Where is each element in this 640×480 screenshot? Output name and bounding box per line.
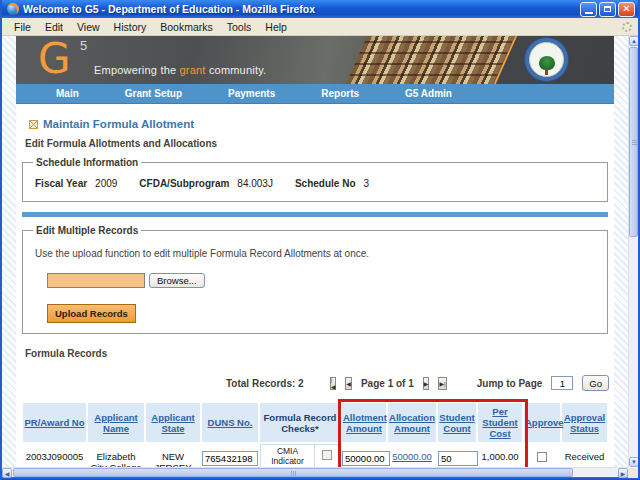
approval-status-cell: Received [562,444,607,467]
schedule-no-value: 3 [364,178,370,189]
menu-tools[interactable]: Tools [221,20,258,34]
cfda-subprogram-label: CFDA/Subprogram [139,178,229,189]
duns-input[interactable] [202,451,258,466]
scroll-up-icon[interactable]: ▲ [629,36,638,46]
horizontal-scrollbar[interactable]: ◀ ▶ [2,467,628,477]
schedule-information-legend: Schedule Information [33,157,141,168]
gear-throbber-icon [622,22,632,32]
seal-tree-icon [539,56,555,70]
col-header-allotment-amount[interactable]: Allotment Amount [342,403,386,442]
col-header-applicant-name[interactable]: Applicant Name [88,403,144,442]
menu-edit[interactable]: Edit [39,20,69,34]
browser-viewport: G 5 Empowering the grant community. Main… [2,36,638,467]
last-page-button[interactable]: ▶| [438,377,446,390]
menu-file[interactable]: File [8,20,37,34]
pagination-bar: Total Records: 2 |◀ ◀ Page 1 of 1 ▶ ▶| J… [226,375,609,391]
g5-logo: G [38,36,71,82]
allocation-amount-cell: 50000.00 [388,444,436,467]
applicant-name-cell: Elizabeth City College [88,444,144,467]
menu-bar: File Edit View History Bookmarks Tools H… [2,18,638,36]
go-button[interactable]: Go [582,375,609,391]
minimize-button[interactable] [580,2,597,17]
per-student-cost-cell: 1,000.00 [478,444,522,467]
applicant-state-cell: NEW JERSEY [146,444,200,467]
total-records-label: Total Records: 2 [226,378,304,389]
nav-grant-setup[interactable]: Grant Setup [125,88,182,99]
edit-multiple-records-legend: Edit Multiple Records [33,225,141,236]
nav-g5-admin[interactable]: G5 Admin [405,88,452,99]
table-row: 2003J090005 Elizabeth City College NEW J… [23,444,607,467]
vertical-scroll-thumb[interactable] [629,47,638,237]
firefox-icon [7,3,19,15]
menu-bookmarks[interactable]: Bookmarks [154,20,219,34]
department-of-education-seal-icon [524,37,569,82]
window-title: Welcome to G5 - Department of Education … [23,3,580,15]
page-content: Maintain Formula Allotment Edit Formula … [16,104,614,467]
student-count-input[interactable] [438,451,478,466]
bookshelf-photo [343,36,519,84]
col-header-approval-status[interactable]: Approval Status [562,403,607,442]
fiscal-year-label: Fiscal Year [35,178,87,189]
x-square-bullet-icon [29,120,38,129]
close-icon: ✕ [622,4,630,14]
page-subtitle: Edit Formula Allotments and Allocations [25,138,609,149]
col-header-allocation-amount[interactable]: Allocation Amount [388,403,436,442]
allotment-amount-input[interactable] [342,451,390,466]
schedule-information-fieldset: Schedule Information Fiscal Year 2009 CF… [22,157,608,202]
fiscal-year-value: 2009 [95,178,117,189]
page-title: Maintain Formula Allotment [43,118,194,130]
allotment-amount-cell [342,444,386,467]
col-header-per-student-cost[interactable]: Per Student Cost [478,403,522,442]
vertical-scrollbar[interactable]: ▲ ▼ [628,36,638,467]
jump-to-page-label: Jump to Page [477,378,543,389]
main-nav: Main Grant Setup Payments Reports G5 Adm… [16,84,614,104]
student-count-cell [438,444,476,467]
menu-view[interactable]: View [71,20,106,34]
banner-tagline: Empowering the grant community. [94,64,266,76]
cmia-indicator-label: CMIA Indicator [261,445,315,468]
g5-logo-five: 5 [80,38,87,53]
jump-to-page-input[interactable] [551,376,573,390]
prev-page-button[interactable]: ◀ [345,377,352,390]
scroll-right-icon[interactable]: ▶ [618,468,628,478]
scroll-down-icon[interactable]: ▼ [629,457,638,467]
minimize-icon [585,12,593,14]
file-path-input[interactable] [47,273,145,288]
approve-checkbox[interactable] [537,452,547,462]
formula-records-title: Formula Records [25,348,609,359]
scroll-left-icon[interactable]: ◀ [2,468,12,478]
title-bar: Welcome to G5 - Department of Education … [2,0,638,18]
cfda-subprogram-value: 84.003J [237,178,273,189]
approve-cell [524,444,560,467]
restore-icon [604,6,611,12]
col-header-approve[interactable]: Approve [524,403,560,442]
schedule-no-label: Schedule No [295,178,356,189]
scrollbar-corner [628,468,638,478]
col-header-pr-award-no[interactable]: PR/Award No [23,403,86,442]
col-header-applicant-state[interactable]: Applicant State [146,403,200,442]
restore-button[interactable] [599,2,616,17]
menu-help[interactable]: Help [259,20,293,34]
g5-banner: G 5 Empowering the grant community. [16,36,614,84]
duns-no-cell [202,444,258,467]
section-divider [22,212,608,217]
first-page-button[interactable]: |◀ [330,377,337,390]
nav-main[interactable]: Main [56,88,79,99]
allocation-amount-link[interactable]: 50000.00 [392,451,432,462]
browse-button[interactable]: Browse... [149,273,205,288]
close-button[interactable]: ✕ [618,2,635,17]
firefox-window: Welcome to G5 - Department of Education … [0,0,640,480]
pr-award-no-cell: 2003J090005 [23,444,86,467]
cmia-indicator-checkbox[interactable] [322,450,332,460]
upload-instruction: Use the upload function to edit multiple… [35,248,599,259]
col-header-student-count[interactable]: Student Count [438,403,476,442]
upload-records-button[interactable]: Upload Records [47,304,136,323]
col-header-duns-no[interactable]: DUNS No. [202,403,258,442]
menu-history[interactable]: History [108,20,153,34]
next-page-button[interactable]: ▶ [423,377,430,390]
nav-payments[interactable]: Payments [228,88,275,99]
nav-reports[interactable]: Reports [321,88,359,99]
page-indicator: Page 1 of 1 [361,378,414,389]
formula-records-table: PR/Award No Applicant Name Applicant Sta… [21,401,609,467]
horizontal-scroll-thumb[interactable] [13,468,573,477]
